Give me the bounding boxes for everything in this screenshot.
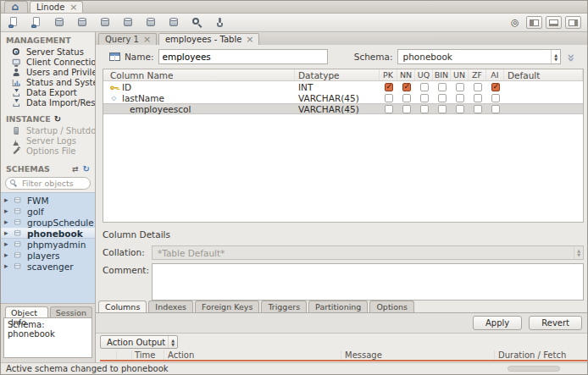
create-view-icon[interactable] bbox=[121, 16, 136, 30]
stepper-icon[interactable] bbox=[551, 50, 560, 63]
schemas-collapse-icon[interactable] bbox=[72, 164, 79, 174]
apply-button[interactable]: Apply bbox=[473, 316, 522, 330]
object-info-tab-object-info[interactable]: Object Info bbox=[5, 306, 48, 317]
checkbox-nn[interactable] bbox=[402, 94, 411, 102]
close-icon[interactable] bbox=[143, 36, 150, 44]
checkbox-bin[interactable] bbox=[438, 105, 447, 113]
sidebar-item-data-import[interactable]: Data Import/Restore bbox=[1, 97, 95, 108]
collation-value: *Table Default* bbox=[158, 248, 225, 258]
checkbox-pk[interactable] bbox=[385, 94, 393, 102]
sidebar-item-status-system-variables[interactable]: Status and System Variables bbox=[1, 77, 95, 87]
instance-section-header: INSTANCE bbox=[1, 111, 95, 125]
table-name-input[interactable] bbox=[158, 49, 328, 64]
checkbox-bin[interactable] bbox=[438, 83, 447, 91]
filter-objects-input[interactable] bbox=[22, 179, 86, 188]
expander-icon[interactable] bbox=[4, 229, 11, 238]
expander-icon[interactable] bbox=[4, 207, 11, 216]
action-output-select[interactable]: Action Output bbox=[100, 335, 178, 349]
instance-refresh-icon[interactable] bbox=[54, 114, 61, 124]
checkbox-zf[interactable] bbox=[474, 83, 482, 91]
editor-tab-triggers[interactable]: Triggers bbox=[261, 301, 307, 312]
column-row-employeescol[interactable]: employeescol VARCHAR(45) bbox=[103, 103, 583, 114]
close-icon[interactable] bbox=[69, 3, 76, 12]
checkbox-pk[interactable] bbox=[385, 105, 393, 113]
connection-tab[interactable]: Linode bbox=[30, 1, 83, 13]
editor-tab-columns[interactable]: Columns bbox=[98, 301, 147, 312]
checkbox-un[interactable] bbox=[456, 105, 464, 113]
revert-button[interactable]: Revert bbox=[529, 316, 582, 330]
expander-icon[interactable] bbox=[4, 196, 11, 205]
checkbox-uq[interactable] bbox=[420, 94, 429, 102]
sidebar-item-data-export[interactable]: Data Export bbox=[1, 87, 95, 97]
sidebar-item-users-privileges[interactable]: Users and Privileges bbox=[1, 67, 95, 77]
checkbox-nn[interactable] bbox=[402, 105, 411, 113]
editor-tab-foreign-keys[interactable]: Foreign Keys bbox=[195, 301, 259, 312]
tab-query-1[interactable]: Query 1 bbox=[98, 33, 157, 45]
checkbox-uq[interactable] bbox=[420, 83, 429, 91]
schema-item-golf[interactable]: golf bbox=[1, 206, 95, 217]
sidebar-item-label: Data Import/Restore bbox=[26, 98, 95, 108]
home-tab[interactable] bbox=[4, 1, 28, 13]
column-row-ID[interactable]: ID INT bbox=[103, 81, 583, 92]
toggle-right-sidebar-button[interactable] bbox=[565, 16, 581, 29]
toggle-left-sidebar-button[interactable] bbox=[526, 16, 542, 29]
checkbox-pk[interactable] bbox=[385, 83, 393, 91]
toggle-bottom-panel-button[interactable] bbox=[546, 16, 562, 29]
editor-tab-partitioning[interactable]: Partitioning bbox=[308, 301, 368, 312]
schema-item-phpmyadmin[interactable]: phpmyadmin bbox=[1, 239, 95, 250]
checkbox-ai[interactable] bbox=[491, 94, 500, 102]
column-name-text: employeescol bbox=[130, 104, 191, 114]
search-data-icon[interactable] bbox=[190, 16, 204, 30]
checkbox-un[interactable] bbox=[456, 83, 464, 91]
sidebar-item-options-file[interactable]: Options File bbox=[1, 146, 95, 156]
checkbox-bin[interactable] bbox=[438, 94, 447, 102]
create-procedure-icon[interactable] bbox=[144, 16, 158, 30]
checkbox-ai[interactable] bbox=[491, 83, 500, 91]
col-header-nn: NN bbox=[397, 69, 415, 80]
sidebar-item-server-status[interactable]: Server Status bbox=[1, 47, 95, 57]
column-row-lastName[interactable]: lastName VARCHAR(45) bbox=[103, 92, 583, 103]
stepper-icon bbox=[168, 336, 177, 348]
sidebar-item-server-logs[interactable]: Server Logs bbox=[1, 135, 95, 146]
expander-icon[interactable] bbox=[4, 262, 11, 271]
sidebar-item-client-connections[interactable]: Client Connections bbox=[1, 57, 95, 67]
sidebar-item-startup-shutdown[interactable]: Startup / Shutdown bbox=[1, 125, 95, 135]
checkbox-ai[interactable] bbox=[491, 105, 500, 113]
checkbox-un[interactable] bbox=[456, 94, 464, 102]
checkbox-zf[interactable] bbox=[474, 94, 482, 102]
action-output-col-time: Time bbox=[132, 350, 164, 360]
new-sql-tab-icon[interactable] bbox=[7, 16, 21, 30]
schema-select[interactable]: phonebook bbox=[397, 49, 562, 64]
column-name-text: ID bbox=[122, 82, 131, 92]
schema-item-scavenger[interactable]: scavenger bbox=[1, 261, 95, 272]
collation-select[interactable]: *Table Default* bbox=[152, 245, 584, 260]
create-table-icon[interactable] bbox=[98, 16, 113, 30]
expander-icon[interactable] bbox=[4, 251, 11, 260]
open-sql-script-icon[interactable] bbox=[30, 16, 44, 30]
schemas-refresh-icon[interactable] bbox=[83, 164, 90, 174]
editor-tab-options[interactable]: Options bbox=[369, 301, 414, 312]
create-schema-icon[interactable] bbox=[53, 16, 67, 30]
schema-item-groupSchedule[interactable]: groupSchedule bbox=[1, 217, 95, 228]
expander-icon[interactable] bbox=[4, 218, 11, 227]
alter-schema-icon[interactable] bbox=[75, 16, 90, 30]
expander-icon[interactable] bbox=[4, 240, 11, 249]
create-function-icon[interactable] bbox=[167, 16, 181, 30]
tab-employees---table[interactable]: employees - Table bbox=[158, 33, 259, 45]
close-icon[interactable] bbox=[246, 36, 252, 44]
checkbox-uq[interactable] bbox=[420, 105, 429, 113]
schema-item-FWM[interactable]: FWM bbox=[1, 195, 95, 206]
server-icon bbox=[12, 126, 20, 135]
editor-tab-indexes[interactable]: Indexes bbox=[148, 301, 193, 312]
comment-textarea[interactable] bbox=[152, 263, 584, 301]
object-info-tab-session[interactable]: Session bbox=[50, 306, 92, 317]
schema-label: phpmyadmin bbox=[27, 240, 86, 250]
collapse-editor-chevron-icon[interactable] bbox=[565, 50, 582, 63]
key-icon bbox=[110, 83, 119, 91]
checkbox-zf[interactable] bbox=[474, 105, 482, 113]
checkbox-nn[interactable] bbox=[402, 83, 411, 91]
grid-empty-area[interactable] bbox=[103, 114, 583, 222]
reconnect-server-icon[interactable] bbox=[213, 16, 227, 30]
schema-item-phonebook[interactable]: phonebook bbox=[1, 228, 95, 239]
schema-item-players[interactable]: players bbox=[1, 250, 95, 261]
